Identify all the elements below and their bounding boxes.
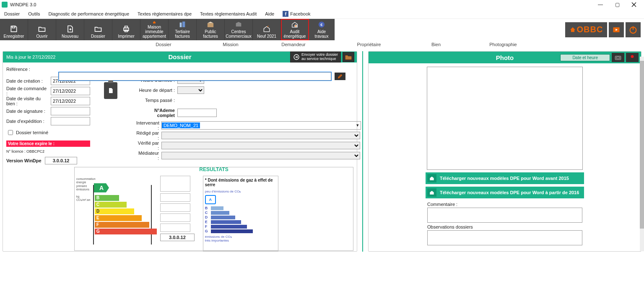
input-date-visite[interactable] [51,97,90,105]
date-heure-button[interactable]: Date et heure [560,54,610,61]
licence-expire: Votre licence expire le : [6,140,90,147]
select-intervenant-value: DEMO_NOM_21 [162,122,200,128]
label-mediateur: Médiateur : [136,151,159,161]
menu-dpe[interactable]: Diagnostic de performance énergétique [48,11,129,16]
tb-save[interactable]: Enregistrer [0,19,28,40]
licence-num: N° licence : OBBCPC2 [6,149,90,154]
tb-tertiaire[interactable]: Tertiaire factures [169,19,197,40]
subtab-photographie[interactable]: Photographie [465,42,541,47]
subtab-proprietaire[interactable]: Propriétaire [331,42,407,47]
subtab-bien[interactable]: Bien [407,42,465,47]
energy-chart: consommationénergie primaire émissionskg… [76,177,152,245]
observations-input[interactable] [427,230,582,245]
tb-public-label: Public factures [203,29,218,39]
label-date-expedition: Date d'expédition : [6,119,48,124]
photo-panel: Photo Date et heure Télécharger nouveaux… [368,51,641,252]
minimize-button[interactable]: — [592,0,609,9]
form-area: Référence : Date de création : Date de c… [3,62,357,167]
label-date-commande: Date de commande : [6,86,48,96]
content: Mis à jour le 27/12/2022 Dossier Envoyer… [0,49,644,254]
tb-centres-label: Centres Commerciaux [226,29,252,39]
svg-text:€: € [320,22,323,27]
download-before-2015-button[interactable]: Télécharger nouveaux modèles DPE pour Wo… [426,172,584,184]
app-title: WINDPE 3.0 [10,2,36,7]
close-button[interactable] [626,0,642,9]
tb-public[interactable]: Public factures [197,19,225,40]
clipboard-icon[interactable] [104,82,117,99]
climate-sub: peu d'émissions de CO₂ [205,190,276,193]
select-redige[interactable] [161,132,360,139]
tb-open[interactable]: Ouvrir [28,19,56,40]
download-after-2016-button[interactable]: Télécharger nouveaux modèles DPE pour Wo… [426,187,584,198]
subtab-mission[interactable]: Mission [205,42,256,47]
subtab-demandeur[interactable]: Demandeur [256,42,331,47]
photo-title: Photo [496,54,514,61]
svg-rect-4 [125,26,128,28]
subtab-dossier[interactable]: Dossier [122,42,205,47]
tb-dossier[interactable]: Dossier [84,19,112,40]
tb-aide-travaux[interactable]: €Aide travaux [309,19,335,40]
tb-power-button[interactable] [626,22,641,37]
marker-button[interactable] [626,53,639,62]
tb-neuf-label: Neuf 2021 [257,34,276,39]
tb-audit[interactable]: Audit énergétique [281,19,309,40]
observations-label: Observations dossiers [427,224,473,229]
label-date-creation: Date de création : [6,78,48,83]
result-box-4 [160,213,190,222]
climate-foot1: émissions de CO₂ [205,235,232,239]
result-box-2 [160,193,190,202]
input-date-signature[interactable] [51,107,90,115]
input-date-commande[interactable] [51,87,90,95]
download-before-label: Télécharger nouveaux modèles DPE pour Wo… [440,176,569,181]
svg-point-18 [631,55,634,58]
label-date-visite: Date de visite du bien : [6,96,48,106]
input-reference[interactable] [59,72,331,81]
svg-point-9 [295,25,297,27]
panel-separator [362,51,363,252]
energy-bar-b: B [95,195,119,201]
label-heure-depart: Heure de départ : [136,88,175,93]
edit-reference-button[interactable] [335,73,345,80]
result-box-1 [160,176,190,192]
brand-button[interactable]: OBBC [565,22,607,37]
tb-centres[interactable]: Centres Commerciaux [225,19,253,40]
select-intervenant[interactable]: DEMO_NOM_21 ▾ [161,121,361,130]
label-ademe: N°Ademe complet [136,108,175,118]
tb-play-button[interactable] [609,22,624,37]
result-box-5 [160,224,190,232]
label-intervenant: Intervenant : [136,120,159,130]
select-mediateur[interactable] [161,152,360,159]
label-reference: Référence : [6,67,48,72]
menu-outils[interactable]: Outils [28,11,40,16]
label-temps-passe: Temps passé : [136,98,175,103]
input-ademe[interactable] [177,109,217,117]
energy-bar-g: G [95,229,157,234]
menu-textes-dpe[interactable]: Textes règlementaires dpe [138,11,192,16]
menu-facebook[interactable]: f Facebook [283,11,310,17]
menu-textes-audit[interactable]: Textes règlementaires Audit [200,11,257,16]
comment-input[interactable] [427,208,582,223]
camera-button[interactable] [612,53,624,62]
menu-bar: Dossier Outils Diagnostic de performance… [0,9,644,19]
select-heure-depart[interactable] [177,86,204,94]
tb-maison[interactable]: Maison immeuble appartement [140,19,169,40]
checkbox-dossier-termine[interactable]: Dossier terminé [6,129,90,136]
version-value: 3.0.0.12 [45,157,78,164]
folder-button[interactable] [343,52,354,62]
tb-new[interactable]: Nouveau [56,19,84,40]
app-icon [2,2,8,8]
tb-neuf[interactable]: Neuf 2021 [253,19,281,40]
energy-bar-c: C [95,202,127,208]
tb-print[interactable]: Imprimer [112,19,140,40]
tb-save-label: Enregistrer [4,34,24,39]
photo-header: Photo Date et heure [369,52,641,63]
menu-dossier[interactable]: Dossier [4,11,20,16]
vertical-scrollbar[interactable] [640,57,644,251]
menu-aide[interactable]: Aide [265,11,274,16]
select-verifie[interactable] [161,142,360,149]
send-dossier-button[interactable]: Envoyer votre dossier au service techniq… [290,52,341,62]
send-line2: au service technique [301,57,338,61]
input-date-expedition[interactable] [51,117,90,125]
results-panel: RESULTATS consommationénergie primaire é… [74,167,353,251]
maximize-button[interactable]: ▢ [609,0,626,9]
